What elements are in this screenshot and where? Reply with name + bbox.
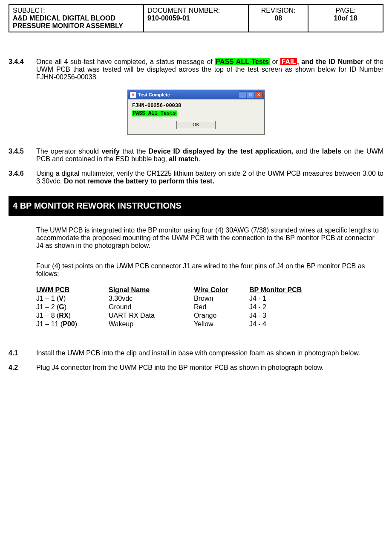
step-number: 4.2: [9, 364, 36, 372]
table-cell: Yellow: [194, 320, 249, 328]
table-cell: J4 - 1: [249, 295, 383, 302]
page-label: PAGE:: [312, 7, 379, 15]
table-cell: Orange: [194, 312, 249, 320]
step-body: Plug J4 connector from the UWM PCB into …: [36, 364, 383, 372]
header-page-cell: PAGE: 10of 18: [308, 5, 383, 32]
docnum-value: 910-00059-01: [147, 15, 245, 22]
header-subject-cell: SUBJECT: A&D MEDICAL DIGITAL BLOOD PRESS…: [9, 5, 144, 32]
test-complete-dialog: A Test Complete _ □ X FJHN-00256-00038 P…: [127, 90, 265, 135]
text: and the: [293, 148, 322, 155]
rev-value: 08: [252, 15, 304, 22]
step-3-4-5: 3.4.5 The operator should verify that th…: [9, 148, 383, 163]
text: The operator should: [36, 148, 101, 155]
subject-label: SUBJECT:: [13, 7, 140, 15]
pin-table: UWM PCB Signal Name Wire Color BP Monito…: [36, 286, 383, 328]
text: Once all 4 sub-test have completed, a st…: [36, 58, 215, 65]
page-value: 10of 18: [312, 15, 379, 22]
header-docnum-cell: DOCUMENT NUMBER: 910-00059-01: [144, 5, 248, 32]
labels-text: labels: [322, 148, 341, 155]
header-rev-cell: REVISION: 08: [248, 5, 308, 32]
section-4-p1: The UWM PCB is integrated into the BP mo…: [36, 227, 383, 250]
step-number: 3.4.4: [9, 58, 36, 81]
text: , and the: [297, 58, 329, 65]
table-cell: 3.30vdc: [109, 295, 194, 302]
step-number: 4.1: [9, 349, 36, 357]
window-buttons: _ □ X: [239, 91, 262, 98]
section-4-heading: 4 BP MONITOR REWORK INSTRUCTIONS: [9, 196, 383, 216]
step-number: 3.4.5: [9, 148, 36, 163]
pass-status-text: PASS All Tests: [132, 110, 177, 116]
docnum-label: DOCUMENT NUMBER:: [147, 7, 245, 15]
rev-label: REVISION:: [252, 7, 304, 15]
pass-badge: PASS ALL Tests: [215, 58, 270, 65]
step-body: The operator should verify that the Devi…: [36, 148, 383, 163]
minimize-button[interactable]: _: [239, 91, 246, 98]
table-cell: J4 - 2: [249, 303, 383, 311]
table-cell: UART RX Data: [109, 312, 194, 320]
subject-value: A&D MEDICAL DIGITAL BLOOD PRESSURE MONIT…: [13, 15, 140, 30]
col-wire-color: Wire Color: [194, 286, 249, 294]
dialog-titlebar: A Test Complete _ □ X: [128, 90, 264, 99]
step-body: Install the UWM PCB into the clip and in…: [36, 349, 383, 357]
table-cell: J1 – 1 (V): [36, 295, 109, 302]
text: or: [270, 58, 281, 65]
table-cell: Ground: [109, 303, 194, 311]
table-cell: J1 – 2 (G): [36, 303, 109, 311]
step-number: 3.4.6: [9, 170, 36, 185]
verify-text: verify: [101, 148, 120, 155]
table-cell: Red: [194, 303, 249, 311]
step-4-1: 4.1 Install the UWM PCB into the clip an…: [9, 349, 383, 357]
step-3-4-4: 3.4.4 Once all 4 sub-test have completed…: [9, 58, 383, 81]
id-number-label: ID Number: [329, 58, 363, 65]
table-cell: Wakeup: [109, 320, 194, 328]
text: that the: [120, 148, 149, 155]
device-id-text: FJHN-00256-00038: [132, 103, 260, 109]
all-match-text: all match: [169, 155, 198, 163]
dialog-title: Test Complete: [138, 92, 239, 97]
ok-button[interactable]: OK: [176, 121, 216, 129]
step-body: Using a digital multimeter, verify the C…: [36, 170, 383, 185]
table-cell: J4 - 3: [249, 312, 383, 320]
step-4-2: 4.2 Plug J4 connector from the UWM PCB i…: [9, 364, 383, 372]
step-3-4-6: 3.4.6 Using a digital multimeter, verify…: [9, 170, 383, 185]
step-body: Once all 4 sub-test have completed, a st…: [36, 58, 383, 81]
col-uwm-pcb: UWM PCB: [36, 286, 109, 294]
warning-text: Do not remove the battery to perform thi…: [64, 177, 214, 185]
table-cell: J1 – 11 (P00): [36, 320, 109, 328]
col-signal-name: Signal Name: [109, 286, 194, 294]
table-cell: J4 - 4: [249, 320, 383, 328]
col-bp-monitor-pcb: BP Monitor PCB: [249, 286, 383, 294]
close-button[interactable]: X: [255, 91, 262, 98]
app-icon: A: [130, 91, 136, 98]
table-cell: Brown: [194, 295, 249, 302]
text: .: [199, 155, 200, 163]
table-cell: J1 – 8 (RX): [36, 312, 109, 320]
maximize-button[interactable]: □: [247, 91, 254, 98]
device-id-text: Device ID displayed by the test applicat…: [149, 148, 293, 155]
dialog-body: FJHN-00256-00038 PASS All Tests OK: [128, 99, 264, 134]
fail-badge: FAIL: [280, 58, 297, 65]
section-4-p2: Four (4) test points on the UWM PCB conn…: [36, 262, 383, 278]
document-header-table: SUBJECT: A&D MEDICAL DIGITAL BLOOD PRESS…: [9, 4, 383, 32]
